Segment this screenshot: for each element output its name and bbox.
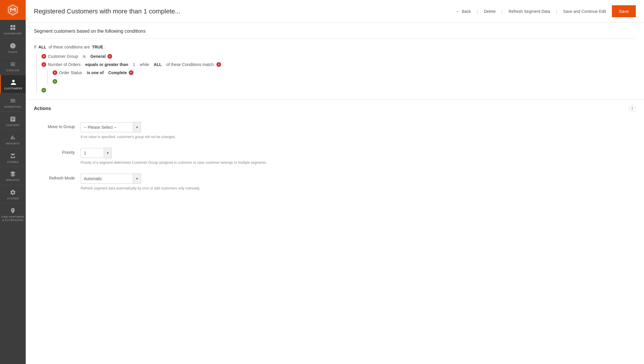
sidebar-item-customers[interactable]: CUSTOMERS <box>0 75 26 93</box>
svg-rect-3 <box>13 28 15 30</box>
sidebar-item-marketing[interactable]: MARKETING <box>0 93 26 112</box>
refresh-mode-select-wrapper: Automatic Manual <box>81 173 268 184</box>
sidebar-item-catalog[interactable]: CATALOG <box>0 57 26 75</box>
refresh-mode-select[interactable]: Automatic Manual <box>81 174 133 184</box>
condition-remove-2b[interactable] <box>216 62 221 67</box>
priority-label: Priority <box>34 148 81 155</box>
save-continue-button[interactable]: Save and Continue Edit <box>563 9 606 14</box>
condition-row-3: Order Status is one of Complete <box>53 70 636 75</box>
sidebar-item-system[interactable]: SYSTEM <box>0 185 26 203</box>
condition-true-text: TRUE <box>92 45 103 49</box>
priority-dropdown-btn[interactable] <box>104 148 112 158</box>
sidebar-item-content[interactable]: CONTENT <box>0 112 26 130</box>
save-button[interactable]: Save <box>612 5 636 17</box>
conditions-block: Customer Group is General Number of Orde… <box>36 54 636 93</box>
priority-field: 1 2 3 Priority of a segment determines C… <box>81 148 268 165</box>
header-divider-2: | <box>501 9 503 14</box>
svg-rect-0 <box>11 25 13 27</box>
sidebar-item-sales[interactable]: SALES <box>0 38 26 57</box>
priority-select-wrapper: 1 2 3 <box>81 148 268 158</box>
header-divider-3: | <box>556 9 557 14</box>
sidebar-item-reports[interactable]: REPORTS <box>0 130 26 148</box>
actions-section-title: Actions <box>34 106 51 111</box>
condition-remove-3b[interactable] <box>129 70 133 75</box>
refresh-mode-hint: Refresh segment data automatically by cr… <box>81 186 268 191</box>
sidebar-logo <box>0 0 26 20</box>
move-to-group-select-wrapper: -- Please Select -- General Wholesale Re… <box>81 122 268 133</box>
condition-remove-3[interactable] <box>53 70 57 75</box>
sidebar-item-dashboard[interactable]: DASHBOARD <box>0 20 26 38</box>
condition-row-1: Customer Group is General <box>41 54 636 59</box>
sidebar-item-find-partners[interactable]: FIND PARTNERS & EXTENSIONS <box>0 203 26 225</box>
main-content: Registered Customers with more than 1 co… <box>26 0 644 364</box>
condition-header: If ALL of these conditions are TRUE : <box>34 45 636 49</box>
conditions-divider <box>34 39 636 39</box>
priority-select[interactable]: 1 2 3 <box>81 148 104 158</box>
condition-remove-1[interactable] <box>41 54 46 59</box>
refresh-mode-row: Refresh Mode Automatic Manual Refresh se… <box>34 173 268 191</box>
refresh-segment-button[interactable]: Refresh Segment Data <box>508 9 550 14</box>
condition-of-text: of these conditions are <box>49 45 90 49</box>
condition-remove-2[interactable] <box>41 62 46 67</box>
condition-all-text: ALL <box>39 45 46 49</box>
add-nested-condition-button[interactable] <box>53 79 57 84</box>
priority-row: Priority 1 2 3 Priority of a segment det… <box>34 148 268 165</box>
condition-if-text: If <box>34 45 36 49</box>
sidebar: DASHBOARD SALES CATALOG CUSTOMERS MARKET… <box>0 0 26 364</box>
move-to-group-label: Move to Group <box>34 122 81 129</box>
condition-row-2: Number of Orders equals or greater than … <box>41 62 636 67</box>
nested-conditions: Order Status is one of Complete <box>47 70 636 84</box>
move-to-group-hint: If no value is specified, customer's gro… <box>81 134 268 140</box>
refresh-mode-field: Automatic Manual Refresh segment data au… <box>81 173 268 191</box>
conditions-section: Segment customers based on the following… <box>26 23 644 100</box>
header-divider-1: | <box>477 9 478 14</box>
actions-header[interactable]: Actions ⇧ <box>26 100 644 117</box>
page-header: Registered Customers with more than 1 co… <box>26 0 644 23</box>
actions-content: Move to Group -- Please Select -- Genera… <box>26 117 644 208</box>
header-actions: ← Back | Delete | Refresh Segment Data |… <box>456 5 636 17</box>
svg-rect-1 <box>13 25 15 27</box>
sidebar-item-mirasvit[interactable]: MIRASVIT <box>0 166 26 185</box>
move-to-group-select[interactable]: -- Please Select -- General Wholesale Re… <box>81 122 133 132</box>
sidebar-item-stores[interactable]: STORES <box>0 148 26 167</box>
conditions-section-title: Segment customers based on the following… <box>34 29 636 34</box>
move-to-group-row: Move to Group -- Please Select -- Genera… <box>34 122 268 140</box>
add-condition-button[interactable] <box>41 88 46 93</box>
actions-section: Actions ⇧ Move to Group -- Please Select… <box>26 100 644 208</box>
page-title: Registered Customers with more than 1 co… <box>34 8 456 15</box>
condition-remove-1b[interactable] <box>107 54 112 59</box>
add-nested-condition-row <box>53 79 636 84</box>
move-to-group-field: -- Please Select -- General Wholesale Re… <box>81 122 268 140</box>
add-condition-row <box>41 87 636 93</box>
delete-button[interactable]: Delete <box>484 9 496 14</box>
priority-hint: Priority of a segment determines Custome… <box>81 160 268 165</box>
refresh-mode-label: Refresh Mode <box>34 173 81 180</box>
page-content: Segment customers based on the following… <box>26 23 644 364</box>
svg-rect-2 <box>11 28 13 30</box>
back-button[interactable]: ← Back <box>456 9 471 14</box>
refresh-mode-dropdown-btn[interactable] <box>133 173 141 184</box>
back-arrow-icon: ← <box>456 9 460 14</box>
collapse-icon[interactable]: ⇧ <box>629 105 636 112</box>
move-to-group-dropdown-btn[interactable] <box>133 122 141 133</box>
